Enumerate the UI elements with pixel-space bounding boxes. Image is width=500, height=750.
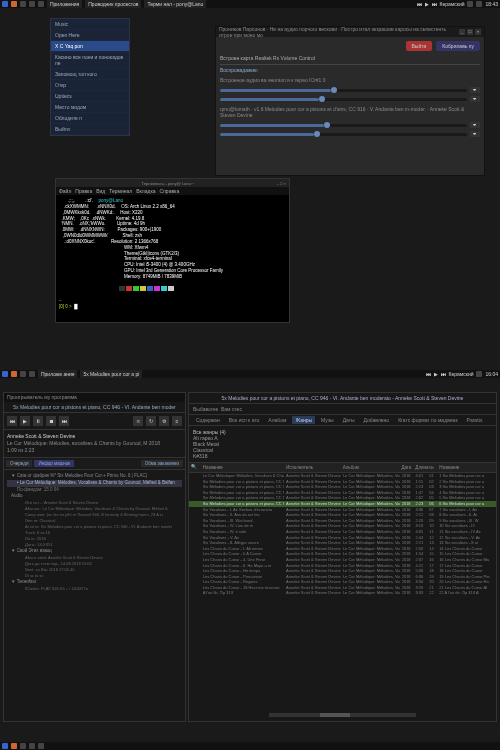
volume-slider-l[interactable] <box>220 89 467 92</box>
media-play-icon[interactable]: ▶ <box>425 1 429 7</box>
tray-label[interactable]: Керамский <box>449 371 474 377</box>
menu-terminal[interactable]: Терминал <box>109 188 132 194</box>
settings-icon[interactable]: ⚙ <box>159 416 169 426</box>
col-year[interactable]: Дата <box>399 464 413 471</box>
app-icon[interactable] <box>20 1 26 7</box>
volume-slider-app-r[interactable] <box>220 133 467 136</box>
menu-item[interactable]: Место модом <box>51 102 129 113</box>
tab-content[interactable]: Содержан <box>193 416 223 424</box>
lock-icon[interactable]: ⏷ <box>470 96 480 102</box>
app-icon[interactable] <box>11 371 17 377</box>
tab-artists[interactable]: Все исп к ато <box>226 416 263 424</box>
tree-section[interactable]: ▼ Свой Этих вающ <box>7 548 182 555</box>
clock[interactable]: 16:04 <box>485 371 498 377</box>
repeat-icon[interactable]: ↻ <box>146 416 156 426</box>
shuffle-icon[interactable]: ⤭ <box>133 416 143 426</box>
lock-icon[interactable]: ⏷ <box>470 131 480 137</box>
clock[interactable]: 18:43 <box>485 1 498 7</box>
menu-item-active[interactable]: X C Yaq pon <box>51 41 129 52</box>
menu-item[interactable]: Откр <box>51 80 129 91</box>
titlebar[interactable]: Проников Парсонов · Не на аудио порчого … <box>216 27 484 37</box>
maximize-icon[interactable]: □ <box>280 181 282 186</box>
toolbar-extras[interactable]: Вам стес <box>221 406 242 412</box>
app-icon[interactable] <box>20 743 26 749</box>
app-icon[interactable] <box>38 743 44 749</box>
col-length[interactable]: Длина <box>413 464 427 471</box>
col-title2[interactable]: Название <box>437 464 494 471</box>
tab-info[interactable]: Инфор машнок <box>34 460 74 467</box>
tab-genres[interactable]: Жанры <box>292 416 315 424</box>
tab-albums[interactable]: Алабом <box>265 416 289 424</box>
taskbar-tab[interactable]: Терми нал - pony@Lano <box>144 0 206 8</box>
maximize-icon[interactable]: □ <box>467 29 473 35</box>
volume-slider-app-l[interactable] <box>220 124 467 127</box>
tray-label[interactable]: Керамский <box>440 1 465 7</box>
start-icon[interactable] <box>2 1 8 7</box>
info-tree[interactable]: ▼ Cata от фабрик %* Six Melodies Pour Co… <box>4 470 185 595</box>
next-button[interactable]: ⏭ <box>59 416 69 426</box>
col-title[interactable]: Название <box>201 464 284 471</box>
mute-icon[interactable]: ⏷ <box>470 122 480 128</box>
play-button[interactable]: ▶ <box>20 416 30 426</box>
tab-added[interactable]: Добавлено <box>361 416 393 424</box>
toolbar-lib[interactable]: Выбавотек <box>193 406 218 412</box>
app-icon[interactable] <box>11 743 17 749</box>
menu-item[interactable]: Облодите п <box>51 113 129 124</box>
tab-ratings[interactable]: Paratts <box>464 416 486 424</box>
tab-format[interactable]: Кгатс формат по маданак <box>395 416 460 424</box>
filter-item[interactable]: K#318 <box>193 453 492 459</box>
col-album[interactable]: Альбом <box>341 464 400 471</box>
tree-root[interactable]: ▼ Cata от фабрик %* Six Melodies Pour Co… <box>7 473 182 480</box>
taskbar-tab[interactable]: Проводник просестов <box>85 0 141 8</box>
media-prev-icon[interactable]: ⏮ <box>426 371 431 377</box>
close-icon[interactable]: × <box>284 181 286 186</box>
taskbar-tab[interactable]: Приложе ания <box>38 370 77 378</box>
exit-button[interactable]: Выйти <box>406 41 433 51</box>
menu-item[interactable]: Open Here <box>51 30 129 41</box>
menu-item[interactable]: Касино все пони и понокадов пе <box>51 52 129 69</box>
titlebar[interactable]: Тернжввосы - pony@ Lano:~ – □ × <box>56 179 289 187</box>
mute-icon[interactable]: ⏷ <box>470 87 480 93</box>
menu-file[interactable]: Файл <box>59 188 71 194</box>
menu-item[interactable]: Запомощ тол кого <box>51 69 129 80</box>
menu-view[interactable]: Вид <box>96 188 105 194</box>
equalizer-icon[interactable]: ≡ <box>172 416 182 426</box>
app-icon[interactable] <box>29 1 35 7</box>
horizontal-scrollbar[interactable] <box>269 713 416 717</box>
media-next-icon[interactable]: ⏭ <box>441 371 446 377</box>
taskbar-tab[interactable]: Приложения <box>47 0 82 8</box>
menu-tabs[interactable]: Вкладка <box>136 188 155 194</box>
app-icon[interactable] <box>29 371 35 377</box>
stop-button[interactable]: ⏹ <box>46 416 56 426</box>
tree-section[interactable]: Audio <box>7 493 182 500</box>
col-num[interactable]: № <box>427 464 437 471</box>
start-icon[interactable] <box>2 371 8 377</box>
prev-button[interactable]: ⏮ <box>7 416 17 426</box>
minimize-icon[interactable]: – <box>277 181 279 186</box>
minimize-icon[interactable]: _ <box>459 29 465 35</box>
media-prev-icon[interactable]: ⏮ <box>417 1 422 7</box>
app-icon[interactable] <box>11 1 17 7</box>
tray-icon[interactable] <box>467 1 473 7</box>
tray-icon[interactable] <box>476 1 482 7</box>
volume-slider-r[interactable] <box>220 98 467 101</box>
col-artist[interactable]: Исполнитель <box>284 464 341 471</box>
search-icon[interactable]: 🔍 <box>191 464 201 471</box>
start-icon[interactable] <box>2 743 8 749</box>
tree-album[interactable]: • Le Cor Mélodique: Mélodies, Vocalises … <box>7 480 182 487</box>
media-next-icon[interactable]: ⏭ <box>432 1 437 7</box>
taskbar-tab[interactable]: 5х Melodies pour cor a pi <box>80 370 142 378</box>
terminal-output[interactable]: .;:;,. .:cl'. pony@Lano .ckXWMMN: .xNNX0… <box>56 195 289 313</box>
media-play-icon[interactable]: ▶ <box>434 371 438 377</box>
close-icon[interactable]: × <box>475 29 481 35</box>
tray-icon[interactable] <box>476 371 482 377</box>
menu-help[interactable]: Справка <box>160 188 180 194</box>
tab-music[interactable]: Музы <box>318 416 337 424</box>
pause-button[interactable]: ⏸ <box>33 416 43 426</box>
tab-dates[interactable]: Даты <box>340 416 358 424</box>
table-row[interactable]: A l'air lib, Op 313Anneke Scott & Steven… <box>189 590 496 596</box>
app-icon[interactable] <box>20 371 26 377</box>
app-icon[interactable] <box>29 743 35 749</box>
menu-item[interactable]: Выйти <box>51 124 129 135</box>
search-button[interactable]: Обма эакакимез <box>141 460 183 467</box>
